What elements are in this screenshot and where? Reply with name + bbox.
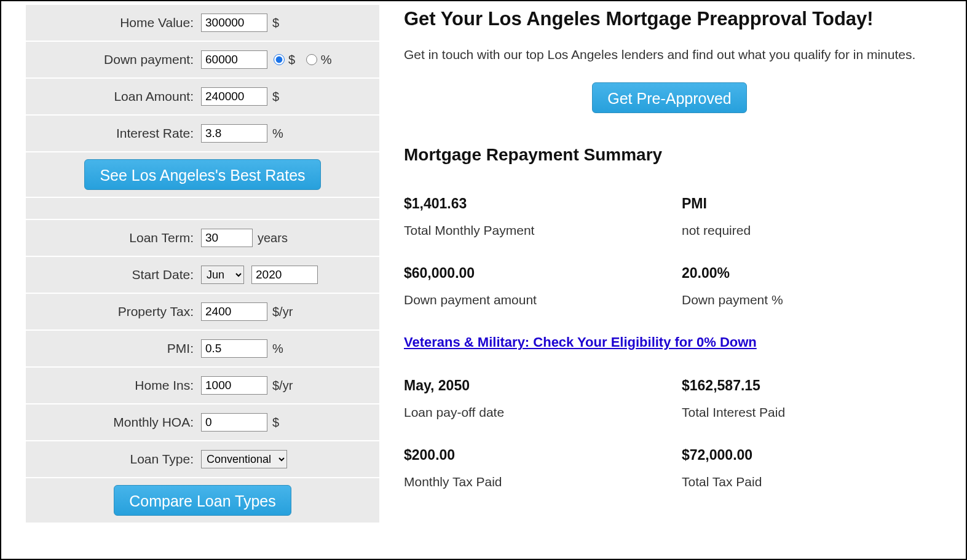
compare-loan-types-button[interactable]: Compare Loan Types: [114, 485, 291, 516]
down-payment-label: Down payment:: [32, 52, 201, 67]
loan-term-label: Loan Term:: [32, 231, 201, 245]
down-payment-input[interactable]: [201, 50, 267, 69]
calculator-form: Home Value: $ Down payment: $ % Loan Amo…: [26, 1, 379, 559]
loan-type-select[interactable]: Conventional: [201, 450, 287, 468]
summary-heading: Mortgage Repayment Summary: [404, 145, 935, 165]
pmi-input[interactable]: [201, 339, 267, 358]
preapproval-heading: Get Your Los Angeles Mortgage Preapprova…: [404, 7, 935, 31]
best-rates-button[interactable]: See Los Angeles's Best Rates: [84, 159, 320, 190]
loan-amount-unit: $: [272, 90, 279, 104]
summary-payoff-date: May, 2050 Loan pay-off date: [404, 377, 657, 420]
home-ins-unit: $/yr: [272, 379, 293, 393]
summary-total-tax: $72,000.00 Total Tax Paid: [682, 447, 935, 489]
summary-down-pct: 20.00% Down payment %: [682, 265, 935, 307]
row-start-date: Start Date: Jun: [26, 257, 379, 293]
property-tax-label: Property Tax:: [32, 304, 201, 319]
home-value-unit: $: [272, 16, 279, 30]
row-loan-type: Loan Type: Conventional: [26, 441, 379, 477]
percent-unit-label: %: [321, 53, 332, 67]
row-down-payment: Down payment: $ %: [26, 42, 379, 77]
summary-row-4: $200.00 Monthly Tax Paid $72,000.00 Tota…: [404, 447, 935, 516]
loan-term-unit: years: [258, 231, 288, 245]
summary-row-1: $1,401.63 Total Monthly Payment PMI not …: [404, 195, 935, 265]
loan-type-label: Loan Type:: [32, 452, 201, 467]
summary-down-amount: $60,000.00 Down payment amount: [404, 265, 657, 307]
row-interest-rate: Interest Rate: %: [26, 116, 379, 151]
home-ins-input[interactable]: [201, 376, 267, 395]
veterans-eligibility-link[interactable]: Veterans & Military: Check Your Eligibil…: [404, 334, 935, 350]
hoa-unit: $: [272, 416, 279, 430]
pmi-label: PMI:: [32, 341, 201, 356]
loan-term-input[interactable]: [201, 229, 253, 247]
start-year-input[interactable]: [251, 266, 318, 284]
summary-total-interest: $162,587.15 Total Interest Paid: [682, 377, 935, 420]
preapproval-subtext: Get in touch with our top Los Angeles le…: [404, 45, 935, 65]
down-payment-dollar-radio[interactable]: [274, 54, 285, 65]
row-home-ins: Home Ins: $/yr: [26, 368, 379, 403]
loan-amount-label: Loan Amount:: [32, 89, 201, 104]
hoa-input[interactable]: [201, 413, 267, 432]
summary-row-2: $60,000.00 Down payment amount 20.00% Do…: [404, 265, 935, 334]
down-payment-percent-radio[interactable]: [306, 54, 317, 65]
row-property-tax: Property Tax: $/yr: [26, 294, 379, 329]
row-best-rates: See Los Angeles's Best Rates: [26, 152, 379, 197]
home-ins-label: Home Ins:: [32, 378, 201, 393]
loan-amount-input[interactable]: [201, 87, 267, 106]
row-compare: Compare Loan Types: [26, 478, 379, 523]
pmi-unit: %: [272, 342, 283, 356]
start-month-select[interactable]: Jun: [201, 266, 244, 284]
summary-row-3: May, 2050 Loan pay-off date $162,587.15 …: [404, 377, 935, 447]
get-preapproved-button[interactable]: Get Pre-Approved: [592, 82, 747, 113]
property-tax-unit: $/yr: [272, 305, 293, 319]
spacer: [26, 198, 379, 219]
dollar-unit-label: $: [288, 53, 295, 67]
start-date-label: Start Date:: [32, 267, 201, 282]
row-home-value: Home Value: $: [26, 5, 379, 41]
interest-rate-input[interactable]: [201, 124, 267, 143]
hoa-label: Monthly HOA:: [32, 415, 201, 430]
row-hoa: Monthly HOA: $: [26, 404, 379, 440]
interest-rate-unit: %: [272, 127, 283, 141]
interest-rate-label: Interest Rate:: [32, 126, 201, 141]
summary-monthly-payment: $1,401.63 Total Monthly Payment: [404, 195, 657, 238]
row-pmi: PMI: %: [26, 331, 379, 366]
summary-pmi-status: PMI not required: [682, 195, 935, 238]
home-value-label: Home Value:: [32, 15, 201, 30]
row-loan-term: Loan Term: years: [26, 220, 379, 256]
row-loan-amount: Loan Amount: $: [26, 79, 379, 114]
property-tax-input[interactable]: [201, 302, 267, 321]
summary-monthly-tax: $200.00 Monthly Tax Paid: [404, 447, 657, 489]
home-value-input[interactable]: [201, 14, 267, 32]
results-panel: Get Your Los Angeles Mortgage Preapprova…: [379, 1, 947, 559]
